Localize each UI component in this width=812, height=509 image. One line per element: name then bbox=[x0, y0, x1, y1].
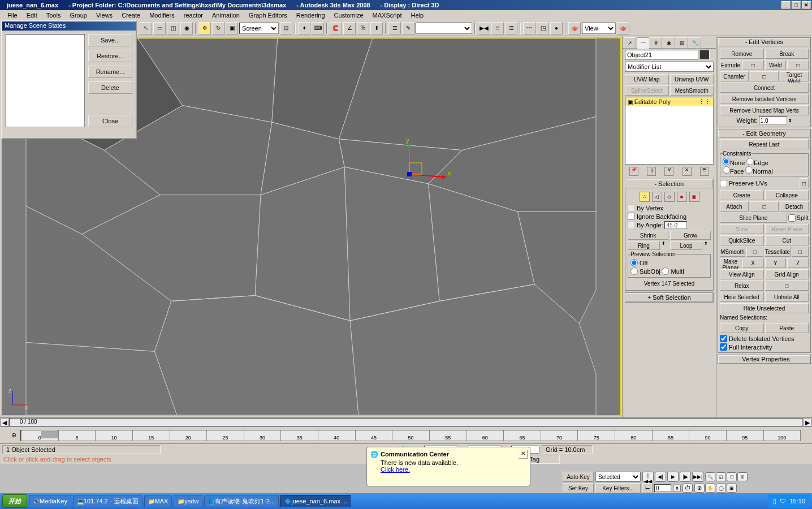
popup-link[interactable]: Click here. bbox=[381, 466, 410, 473]
menu-help[interactable]: Help bbox=[407, 11, 429, 20]
delete-state-button[interactable]: Delete bbox=[88, 81, 132, 94]
maximize-viewport-icon[interactable]: ▣ bbox=[727, 484, 737, 493]
window-crossing-icon[interactable]: ◫ bbox=[167, 22, 179, 34]
planar-z-button[interactable]: Z bbox=[787, 258, 809, 268]
scroll-left-icon[interactable]: ◀ bbox=[0, 418, 9, 426]
delete-isolated-checkbox[interactable] bbox=[720, 335, 727, 342]
mesh-smooth-button[interactable]: MeshSmooth bbox=[670, 85, 714, 96]
ring-button[interactable]: Ring bbox=[628, 241, 660, 250]
remove-button[interactable]: Remove bbox=[720, 49, 764, 59]
scene-states-list[interactable] bbox=[6, 34, 85, 127]
scale-icon[interactable]: ▣ bbox=[226, 22, 238, 34]
time-ruler[interactable]: 0 5 10 15 20 25 30 35 40 45 50 55 60 65 … bbox=[20, 430, 801, 441]
vertex-properties-header[interactable]: - Vertex Properties bbox=[718, 355, 810, 364]
menu-file[interactable]: File bbox=[3, 11, 22, 20]
viewport-scrollbar[interactable]: ◀ 0 / 100 ▶ bbox=[0, 417, 812, 426]
pin-stack-icon[interactable]: 📌 bbox=[629, 167, 638, 176]
menu-tools[interactable]: Tools bbox=[42, 11, 66, 20]
fov-icon[interactable]: ⦿ bbox=[694, 484, 705, 493]
menu-rendering[interactable]: Rendering bbox=[292, 11, 330, 20]
zoom-extents-icon[interactable]: ⊡ bbox=[727, 472, 737, 481]
polygon-subobj-icon[interactable]: ■ bbox=[677, 192, 687, 202]
menu-group[interactable]: Group bbox=[65, 11, 92, 20]
render-view-dropdown[interactable]: View bbox=[582, 23, 616, 34]
shrink-button[interactable]: Shrink bbox=[628, 231, 668, 240]
menu-maxscript[interactable]: MAXScript bbox=[368, 11, 407, 20]
task-item[interactable]: 🔊 MediaKey bbox=[29, 495, 71, 507]
restore-state-button[interactable]: Restore... bbox=[88, 50, 132, 62]
remove-modifier-icon[interactable]: ✕ bbox=[683, 167, 692, 176]
menu-animation[interactable]: Animation bbox=[208, 11, 244, 20]
planar-y-button[interactable]: Y bbox=[765, 258, 787, 268]
select-manipulate-icon[interactable]: ✦ bbox=[298, 22, 310, 34]
zoom-icon[interactable]: 🔍 bbox=[705, 472, 715, 481]
snap-icon[interactable]: 🧲 bbox=[330, 22, 342, 34]
copy-named-button[interactable]: Copy bbox=[720, 323, 764, 333]
maximize-icon[interactable]: □ bbox=[792, 1, 801, 9]
utilities-tab-icon[interactable]: 🔧 bbox=[689, 37, 701, 49]
menu-views[interactable]: Views bbox=[92, 11, 117, 20]
pan-icon[interactable]: ✋ bbox=[705, 484, 715, 493]
task-item-active[interactable]: 🔷 juese_nan_6.max ... bbox=[280, 495, 351, 507]
uvw-map-button[interactable]: UVW Map bbox=[625, 74, 669, 84]
connect-button[interactable]: Connect bbox=[720, 83, 809, 93]
preserve-uvs-checkbox[interactable] bbox=[720, 180, 727, 187]
goto-start-icon[interactable]: |◀◀ bbox=[642, 472, 654, 482]
scroll-right-icon[interactable]: ▶ bbox=[803, 418, 812, 426]
remove-unused-button[interactable]: Remove Unused Map Verts bbox=[720, 105, 809, 115]
target-weld-button[interactable]: Target Weld bbox=[780, 71, 809, 81]
menu-reactor[interactable]: reactor bbox=[179, 11, 208, 20]
extrude-button[interactable]: Extrude bbox=[720, 60, 741, 70]
modify-tab-icon[interactable]: 〰 bbox=[637, 37, 649, 49]
configure-sets-icon[interactable]: ☰ bbox=[700, 167, 709, 176]
quickslice-button[interactable]: QuickSlice bbox=[720, 235, 764, 245]
menu-grapheditors[interactable]: Graph Editors bbox=[244, 11, 292, 20]
grid-align-button[interactable]: Grid Align bbox=[765, 269, 809, 279]
slice-plane-button[interactable]: Slice Plane bbox=[720, 213, 787, 223]
planar-x-button[interactable]: X bbox=[742, 258, 764, 268]
soft-selection-rollout-header[interactable]: + Soft Selection bbox=[625, 293, 713, 302]
edit-vertices-header[interactable]: - Edit Vertices bbox=[718, 38, 810, 46]
constraint-none-radio[interactable] bbox=[723, 158, 730, 165]
extrude-settings-icon[interactable]: □ bbox=[742, 60, 764, 70]
timeline[interactable]: ⊕ 0 5 10 15 20 25 30 35 40 45 50 55 60 6… bbox=[0, 426, 812, 443]
relax-settings-icon[interactable]: □ bbox=[765, 281, 809, 291]
zoom-extents-all-icon[interactable]: ⊞ bbox=[737, 472, 748, 481]
modifier-list-dropdown[interactable]: Modifier List bbox=[625, 62, 714, 72]
grow-button[interactable]: Grow bbox=[670, 231, 711, 240]
material-editor-icon[interactable]: ● bbox=[550, 22, 563, 34]
cut-button[interactable]: Cut bbox=[765, 235, 809, 245]
element-subobj-icon[interactable]: ▣ bbox=[689, 192, 699, 202]
attach-list-icon[interactable]: □ bbox=[750, 201, 779, 212]
ignore-backfacing-checkbox[interactable] bbox=[628, 213, 635, 220]
orbit-icon[interactable]: ◯ bbox=[716, 484, 726, 493]
keyboard-shortcut-icon[interactable]: ⌨ bbox=[312, 22, 324, 34]
rotate-icon[interactable]: ↻ bbox=[212, 22, 224, 34]
key-filters-button[interactable]: Key Filters... bbox=[595, 483, 641, 493]
edit-geometry-header[interactable]: - Edit Geometry bbox=[718, 130, 810, 138]
layers-icon[interactable]: ☰ bbox=[505, 22, 517, 34]
play-icon[interactable]: ▶ bbox=[667, 472, 679, 482]
msmooth-button[interactable]: MSmooth bbox=[720, 247, 745, 257]
tray-icon[interactable]: ▯ bbox=[773, 498, 776, 505]
loop-button[interactable]: Loop bbox=[670, 241, 702, 250]
detach-button[interactable]: Detach bbox=[780, 201, 809, 212]
menu-edit[interactable]: Edit bbox=[22, 11, 42, 20]
time-slider[interactable] bbox=[41, 430, 58, 438]
paste-named-button[interactable]: Paste bbox=[765, 323, 809, 333]
ref-coord-dropdown[interactable]: Screen bbox=[239, 23, 279, 34]
weld-settings-icon[interactable]: □ bbox=[787, 60, 809, 70]
chamfer-button[interactable]: Chamfer bbox=[720, 71, 749, 81]
display-tab-icon[interactable]: ▤ bbox=[676, 37, 688, 49]
attach-button[interactable]: Attach bbox=[720, 201, 749, 212]
preserve-uvs-settings-icon[interactable]: □ bbox=[800, 178, 809, 188]
collapse-button[interactable]: Collapse bbox=[765, 190, 809, 200]
repeat-last-button[interactable]: Repeat Last bbox=[720, 139, 809, 149]
task-item[interactable]: 📁 ysdw bbox=[174, 495, 202, 507]
preview-subobj-radio[interactable] bbox=[630, 268, 638, 275]
popup-close-icon[interactable]: ✕ bbox=[519, 450, 528, 459]
constraint-edge-radio[interactable] bbox=[746, 158, 754, 165]
relax-button[interactable]: Relax bbox=[720, 281, 764, 291]
tray-icon[interactable]: 🛡 bbox=[780, 498, 786, 504]
move-icon[interactable]: ✥ bbox=[198, 22, 211, 34]
